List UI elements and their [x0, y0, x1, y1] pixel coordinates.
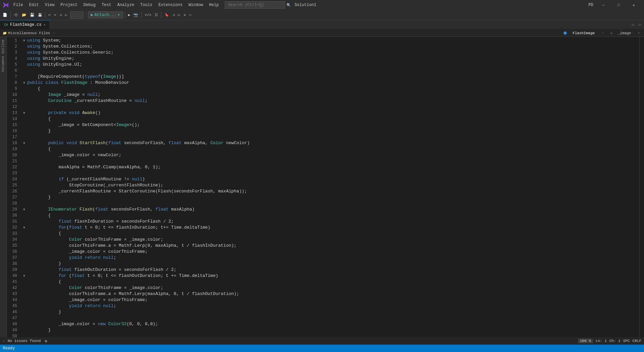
no-collapse-48 — [23, 321, 27, 328]
search-input[interactable] — [225, 1, 285, 9]
camera-button[interactable]: 📷 — [132, 12, 140, 18]
breadcrumb-dropdown-icon[interactable]: ▾ — [638, 31, 640, 35]
line-number-5: 5 — [7, 62, 19, 68]
no-collapse-16 — [23, 128, 27, 134]
add-button[interactable]: ➕ — [12, 12, 20, 18]
collapse-13-button[interactable]: ▼ — [23, 110, 27, 116]
code-line-20: _image.color = newColor; — [22, 152, 639, 158]
line-number-20: 20 — [7, 152, 19, 158]
close-button[interactable]: ✕ — [626, 0, 641, 10]
line-number-1: 1 — [7, 38, 19, 44]
forward-button[interactable]: ▷ — [64, 12, 69, 18]
save-button[interactable]: 💾 — [29, 12, 36, 18]
no-collapse-31 — [23, 219, 27, 225]
breadcrumb-image-field[interactable]: _image — [618, 31, 631, 35]
minimize-button[interactable]: — — [596, 0, 611, 10]
zoom-level[interactable]: 100 % — [578, 339, 593, 343]
no-collapse-20 — [23, 153, 27, 159]
toolbar: 📄 ➕ 📂 💾 💾 ↩ ↪ ◁ ▷ ▶ Attach... ▾ ▶ 📷 </> … — [0, 10, 644, 20]
breadcrumb-flashimage[interactable]: FlashImage — [573, 31, 595, 35]
clear-bookmarks-button[interactable]: ✕ — [182, 12, 187, 18]
line-number-21: 21 — [7, 158, 19, 164]
menu-project[interactable]: Project — [58, 2, 80, 8]
bookmark-button[interactable]: 🔖 — [163, 12, 170, 18]
doc-bar-right: 🔷 FlashImage › ◇ _image ▾ — [563, 31, 641, 35]
extra-button[interactable]: ⋯ — [188, 12, 193, 18]
toolbar-separator-2 — [45, 12, 45, 18]
code-line-9: { — [22, 86, 639, 92]
no-collapse-46 — [23, 309, 27, 315]
settings-icon[interactable]: ⚙ — [45, 339, 47, 343]
menu-view[interactable]: View — [42, 2, 57, 8]
menu-test[interactable]: Test — [99, 2, 114, 8]
open-button[interactable]: 📂 — [20, 12, 28, 18]
menu-help[interactable]: Help — [206, 2, 221, 8]
code-line-39: float flashOutDuration = secondsForFlash… — [22, 267, 639, 273]
toolbar-separator-6 — [161, 12, 161, 18]
collapse-29-button[interactable]: ▼ — [23, 207, 27, 213]
maximize-button[interactable]: □ — [611, 0, 626, 10]
no-collapse-49 — [23, 328, 27, 334]
collapse-40-button[interactable]: ▼ — [23, 273, 27, 279]
menu-edit[interactable]: Edit — [26, 2, 42, 8]
left-sidebar: Document Outline — [0, 37, 7, 337]
code-line-3: using System.Collections.Generic; — [22, 50, 639, 56]
next-bookmark-button[interactable]: ▷ — [177, 12, 182, 18]
stack-button[interactable]: ☷ — [153, 12, 159, 18]
menu-analyze[interactable]: Analyze — [115, 2, 137, 8]
code-line-38: } — [22, 261, 639, 267]
new-project-button[interactable]: 📄 — [1, 12, 9, 18]
line-number-46: 46 — [7, 309, 19, 315]
save-all-button[interactable]: 💾 — [37, 12, 43, 18]
code-content[interactable]: ▼using System; using System.Collections;… — [22, 37, 639, 337]
attach-button[interactable]: ▶ Attach... ▾ — [88, 11, 123, 18]
tab-arrow-left[interactable]: ◁ — [629, 22, 637, 27]
line-number-32: 32 — [7, 225, 19, 231]
line-number-24: 24 — [7, 176, 19, 182]
code-line-32: ▼ for(float t = 0; t <= flashInDuration;… — [22, 225, 639, 231]
line-number-40: 40 — [7, 273, 19, 279]
ready-label: Ready — [3, 346, 15, 351]
line-number-42: 42 — [7, 285, 19, 291]
line-number-36: 36 — [7, 249, 19, 255]
menu-tools[interactable]: Tools — [138, 2, 155, 8]
document-outline-tab[interactable]: Document Outline — [1, 37, 6, 74]
code-line-29: ▼ IEnumerator Flash(float secondsForFlas… — [22, 207, 639, 213]
code-line-17 — [22, 134, 639, 140]
config-selector[interactable] — [70, 11, 84, 19]
code-button[interactable]: </> — [143, 12, 153, 18]
no-collapse-5 — [23, 62, 27, 68]
tab-flashimage-close[interactable]: ✕ — [44, 23, 46, 27]
tab-flashimage[interactable]: C# FlashImage.cs ✕ — [0, 20, 50, 30]
menu-file[interactable]: File — [11, 2, 26, 8]
debug-target-button[interactable]: ▶ — [127, 12, 132, 18]
line-number-23: 23 — [7, 170, 19, 176]
breadcrumb-arrow-1: › — [53, 31, 55, 35]
line-number-31: 31 — [7, 219, 19, 225]
no-collapse-44 — [23, 297, 27, 303]
vs-logo-icon — [3, 2, 9, 8]
collapse-32-button[interactable]: ▼ — [23, 225, 27, 231]
menu-window[interactable]: Window — [186, 2, 206, 8]
back-button[interactable]: ◁ — [58, 12, 63, 18]
no-collapse-15 — [23, 122, 27, 128]
menu-extensions[interactable]: Extensions — [156, 2, 185, 8]
collapse-1-button[interactable]: ▼ — [23, 38, 27, 44]
no-collapse-19 — [23, 146, 27, 153]
no-collapse-33 — [23, 231, 27, 237]
redo-button[interactable]: ↪ — [53, 12, 58, 18]
line-number-2: 2 — [7, 44, 19, 50]
prev-bookmark-button[interactable]: ◁ — [171, 12, 176, 18]
undo-button[interactable]: ↩ — [47, 12, 52, 18]
collapse-8-button[interactable]: ▼ — [23, 80, 27, 86]
tab-arrow-right[interactable]: ▷ — [636, 22, 644, 27]
attach-dropdown-icon[interactable]: ▾ — [118, 12, 120, 17]
collapse-18-button[interactable]: ▼ — [23, 140, 27, 146]
menu-debug[interactable]: Debug — [81, 2, 98, 8]
right-scrollbar-panel[interactable] — [639, 37, 644, 337]
breadcrumb-misc-files[interactable]: Miscellaneous Files — [8, 31, 50, 35]
code-editor[interactable]: 1234567891011121314151617181920212223242… — [7, 37, 639, 337]
code-line-48: _image.color = new Color32(0, 0, 0,0); — [22, 321, 639, 327]
menu-bar: File Edit View Project Debug Test Analyz… — [11, 1, 589, 9]
play-icon: ▶ — [91, 12, 93, 17]
